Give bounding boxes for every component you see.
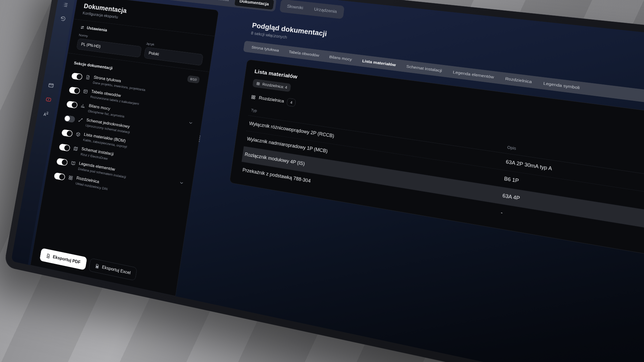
toggle-knob bbox=[74, 88, 80, 94]
download-icon bbox=[46, 253, 51, 259]
tab-rozdzielnica[interactable]: Rozdzielnica bbox=[200, 0, 234, 5]
export-pdf-button[interactable]: Eksportuj PDF bbox=[40, 248, 87, 270]
export-pdf-label: Eksportuj PDF bbox=[52, 254, 81, 265]
toggle-knob bbox=[61, 159, 67, 166]
subtab-strona-tytulowa[interactable]: Strona tytułowa bbox=[251, 45, 279, 53]
export-excel-button[interactable]: Eksportuj Excel bbox=[89, 258, 138, 281]
spreadsheet-icon bbox=[95, 263, 100, 269]
grid-2x2-icon bbox=[256, 81, 260, 86]
toggle-switch[interactable] bbox=[64, 115, 75, 123]
filter-badge-label: Rozdzielnica: 4 bbox=[262, 82, 287, 89]
screen: Podstawowe Obwody Instalacja na planie R… bbox=[11, 0, 644, 362]
toggle-switch[interactable] bbox=[61, 129, 73, 137]
settings-heading: Ustawienia bbox=[87, 25, 108, 33]
tab-urzadzenia[interactable]: Urządzenia bbox=[309, 4, 342, 17]
youtube-icon[interactable] bbox=[45, 96, 52, 103]
toggle-switch[interactable] bbox=[59, 143, 70, 152]
norms-field: Normy PL (PN-HD) bbox=[76, 33, 143, 58]
toggle-knob bbox=[76, 74, 82, 80]
toggle-knob bbox=[59, 174, 65, 180]
main-content: Podgląd dokumentacji 8 sekcji włączonych… bbox=[175, 10, 644, 362]
toggle-knob bbox=[66, 130, 72, 136]
file-text-icon bbox=[85, 74, 91, 80]
history-icon[interactable] bbox=[59, 15, 66, 22]
subtab-legenda-elementow[interactable]: Legenda elementów bbox=[453, 70, 494, 80]
secondary-tab-group: Słowniki Urządzenia bbox=[279, 0, 344, 19]
materials-table: Typ Opis Ilość Jednostka Wyłącznik różni… bbox=[239, 105, 644, 277]
sections-heading: Sekcje dokumentacji bbox=[73, 61, 113, 71]
toggle-switch[interactable] bbox=[54, 172, 65, 181]
tab-instalacja-na-planie[interactable]: Instalacja na planie bbox=[155, 0, 200, 2]
table-icon bbox=[83, 88, 88, 94]
subtab-legenda-symboli[interactable]: Legenda symboli bbox=[543, 81, 580, 90]
route-icon bbox=[78, 117, 84, 123]
list-icon[interactable] bbox=[62, 2, 69, 8]
toggle-knob bbox=[71, 102, 77, 108]
language-field: Język Polski bbox=[144, 42, 204, 66]
toggle-switch[interactable] bbox=[69, 86, 80, 94]
subtab-lista-materialow[interactable]: Lista materiałów bbox=[362, 59, 396, 67]
card-title: Lista materiałów bbox=[254, 68, 298, 80]
tab-dokumentacja[interactable]: Dokumentacja bbox=[234, 0, 274, 10]
monitor-device: Podstawowe Obwody Instalacja na planie R… bbox=[4, 0, 644, 362]
group-label: Rozdzielnica bbox=[259, 95, 284, 104]
subtab-schemat-instalacji[interactable]: Schemat instalacji bbox=[406, 64, 442, 73]
subtab-tabela-obwodow[interactable]: Tabela obwodów bbox=[288, 50, 319, 58]
wallet-icon[interactable] bbox=[48, 82, 55, 89]
sidebar-footer: Eksportuj PDF Eksportuj Excel bbox=[40, 243, 171, 288]
toggle-knob bbox=[64, 145, 70, 151]
translate-icon[interactable] bbox=[43, 110, 50, 117]
desk-background: Podstawowe Obwody Instalacja na planie R… bbox=[0, 0, 644, 362]
sliders-icon bbox=[80, 25, 85, 30]
bar-chart-icon bbox=[80, 103, 86, 109]
chevron-down-icon[interactable] bbox=[188, 120, 193, 125]
section-toggle-list: Strona tytułowa Dane projektu, inwestora… bbox=[53, 69, 199, 207]
app-window: Podstawowe Obwody Instalacja na planie R… bbox=[28, 0, 644, 362]
grid-2x2-icon bbox=[68, 175, 73, 181]
filter-badge[interactable]: Rozdzielnica: 4 bbox=[252, 79, 291, 92]
app-body: Dokumentacja Konfiguracja eksportu Ustaw… bbox=[28, 0, 644, 362]
box-icon bbox=[75, 131, 81, 137]
group-count-badge: 4 bbox=[286, 98, 296, 107]
toggle-switch[interactable] bbox=[71, 72, 83, 80]
tab-slowniki[interactable]: Słowniki bbox=[282, 1, 309, 14]
subtab-bilans-mocy[interactable]: Bilans mocy bbox=[329, 54, 352, 62]
chevron-down-icon[interactable] bbox=[179, 180, 184, 185]
grid-2x2-icon bbox=[251, 94, 256, 100]
subtab-rozdzielnica[interactable]: Rozdzielnica bbox=[505, 76, 532, 84]
book-open-icon bbox=[70, 160, 76, 166]
toggle-knob bbox=[64, 115, 70, 121]
sections-count-badge: 8/10 bbox=[187, 75, 200, 83]
toggle-switch[interactable] bbox=[66, 101, 78, 108]
toggle-switch[interactable] bbox=[56, 158, 68, 166]
export-excel-label: Eksportuj Excel bbox=[102, 264, 131, 276]
rail-spacer bbox=[53, 29, 61, 74]
map-icon bbox=[73, 146, 78, 152]
